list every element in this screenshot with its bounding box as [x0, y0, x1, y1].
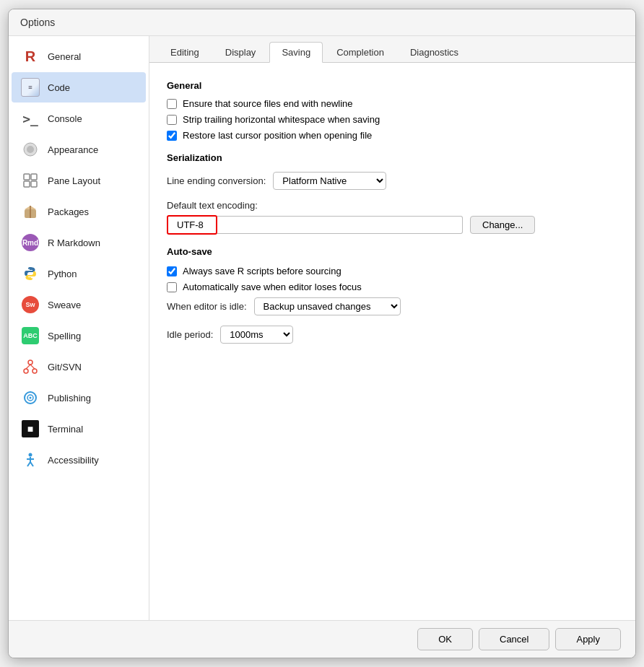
sidebar-item-console[interactable]: >_ Console [12, 103, 146, 134]
autosave-label: Always save R scripts before sourcing [183, 266, 341, 276]
sidebar-item-pane-layout[interactable]: Pane Layout [12, 165, 146, 196]
footer: OK Cancel Apply [9, 620, 635, 658]
sidebar-item-terminal[interactable]: ■ Terminal [12, 414, 146, 444]
svg-point-11 [28, 360, 32, 365]
idle-row: When editor is idle: Backup unsaved chan… [167, 297, 618, 315]
tab-bar: Editing Display Saving Completion Diagno… [149, 36, 635, 63]
rmarkdown-icon: Rmd [20, 232, 40, 253]
idle-label: When editor is idle: [167, 301, 247, 312]
svg-rect-5 [31, 181, 37, 187]
serialization-divider: Serialization [167, 152, 618, 163]
gitsvn-icon [20, 357, 40, 377]
svg-rect-3 [31, 174, 37, 180]
sidebar-label-code: Code [48, 82, 70, 93]
sidebar-item-code[interactable]: ≡ Code [12, 72, 146, 103]
main-content: Editing Display Saving Completion Diagno… [149, 36, 635, 620]
autosave-focus-label: Automatically save when editor loses foc… [183, 282, 362, 292]
svg-point-9 [28, 269, 30, 271]
sidebar-label-sweave: Sweave [48, 300, 81, 310]
tab-display[interactable]: Display [213, 42, 269, 63]
encoding-label-row: Default text encoding: [167, 200, 618, 211]
svg-point-1 [27, 146, 34, 153]
tab-completion[interactable]: Completion [324, 42, 396, 63]
change-encoding-button[interactable]: Change... [470, 216, 535, 234]
sidebar-item-python[interactable]: Python [12, 258, 146, 289]
sidebar-label-publishing: Publishing [48, 393, 91, 404]
sidebar-item-sweave[interactable]: Sw Sweave [12, 289, 146, 320]
sidebar-label-appearance: Appearance [48, 144, 98, 155]
sidebar-label-accessibility: Accessibility [48, 455, 99, 466]
autosave-divider: Auto-save [167, 246, 618, 257]
svg-rect-2 [24, 174, 30, 180]
sidebar-item-packages[interactable]: Packages [12, 196, 146, 227]
newline-checkbox[interactable] [167, 99, 177, 109]
svg-line-14 [26, 365, 30, 369]
sidebar-item-spelling[interactable]: ABC Spelling [12, 321, 146, 351]
appearance-icon [20, 139, 40, 160]
code-icon: ≡ [20, 77, 40, 97]
whitespace-checkbox[interactable] [167, 115, 177, 125]
sidebar-item-publishing[interactable]: Publishing [12, 383, 146, 413]
svg-point-12 [24, 369, 28, 373]
svg-point-13 [32, 369, 37, 373]
svg-rect-4 [24, 181, 30, 187]
sidebar-label-spelling: Spelling [48, 331, 81, 341]
idle-period-select[interactable]: 1000ms 500ms 2000ms 5000ms [220, 326, 293, 344]
apply-button[interactable]: Apply [555, 628, 621, 650]
cursor-label: Restore last cursor position when openin… [183, 130, 372, 141]
python-icon [20, 263, 40, 284]
tab-diagnostics[interactable]: Diagnostics [398, 42, 471, 63]
sidebar-label-terminal: Terminal [48, 424, 83, 435]
newline-row: Ensure that source files end with newlin… [167, 98, 618, 109]
sidebar: R General ≡ Code >_ Console A [9, 36, 149, 620]
sidebar-label-rmarkdown: R Markdown [48, 237, 100, 248]
sidebar-item-accessibility[interactable]: Accessibility [12, 445, 146, 475]
general-section-title: General [167, 80, 618, 91]
sidebar-label-gitsvn: Git/SVN [48, 362, 82, 372]
autosave-row: Always save R scripts before sourcing [167, 266, 618, 276]
line-ending-select[interactable]: Platform Native Windows (CR/LF) Posix (L… [273, 172, 386, 190]
svg-line-15 [30, 365, 35, 369]
sidebar-label-packages: Packages [48, 206, 89, 217]
sidebar-label-general: General [48, 51, 81, 62]
encoding-value: UTF-8 [167, 215, 217, 235]
whitespace-row: Strip trailing horizontal whitespace whe… [167, 114, 618, 125]
encoding-input[interactable] [217, 216, 463, 234]
spelling-icon: ABC [20, 326, 40, 346]
encoding-label: Default text encoding: [167, 200, 258, 211]
tab-saving[interactable]: Saving [269, 42, 323, 63]
cancel-button[interactable]: Cancel [479, 628, 549, 650]
autosave-focus-row: Automatically save when editor loses foc… [167, 282, 618, 292]
cursor-checkbox[interactable] [167, 131, 177, 141]
sweave-icon: Sw [20, 295, 40, 315]
idle-period-row: Idle period: 1000ms 500ms 2000ms 5000ms [167, 326, 618, 344]
idle-period-label: Idle period: [167, 329, 213, 340]
svg-line-23 [30, 462, 33, 466]
console-icon: >_ [20, 108, 40, 128]
newline-label: Ensure that source files end with newlin… [183, 98, 353, 109]
terminal-icon: ■ [20, 419, 40, 439]
sidebar-item-appearance[interactable]: Appearance [12, 134, 146, 165]
sidebar-item-gitsvn[interactable]: Git/SVN [12, 352, 146, 382]
packages-icon [20, 201, 40, 222]
line-ending-row: Line ending conversion: Platform Native … [167, 172, 618, 190]
pane-layout-icon [20, 170, 40, 191]
options-dialog: Options R General ≡ Code >_ Console [8, 9, 636, 658]
sidebar-label-pane-layout: Pane Layout [48, 175, 100, 186]
ok-button[interactable]: OK [417, 628, 473, 650]
sidebar-item-rmarkdown[interactable]: Rmd R Markdown [12, 227, 146, 258]
idle-select[interactable]: Backup unsaved changes Save all files No… [254, 297, 401, 315]
sidebar-label-console: Console [48, 113, 82, 124]
whitespace-label: Strip trailing horizontal whitespace whe… [183, 114, 380, 125]
accessibility-icon [20, 450, 40, 470]
dialog-body: R General ≡ Code >_ Console A [9, 36, 635, 620]
svg-point-18 [30, 397, 32, 399]
sidebar-label-python: Python [48, 269, 77, 279]
autosave-section-title: Auto-save [167, 246, 618, 257]
tab-editing[interactable]: Editing [158, 42, 212, 63]
autosave-checkbox[interactable] [167, 266, 177, 276]
autosave-focus-checkbox[interactable] [167, 282, 177, 292]
saving-panel: General Ensure that source files end wit… [149, 63, 635, 620]
sidebar-item-general[interactable]: R General [12, 41, 146, 71]
serialization-section-title: Serialization [167, 152, 618, 163]
